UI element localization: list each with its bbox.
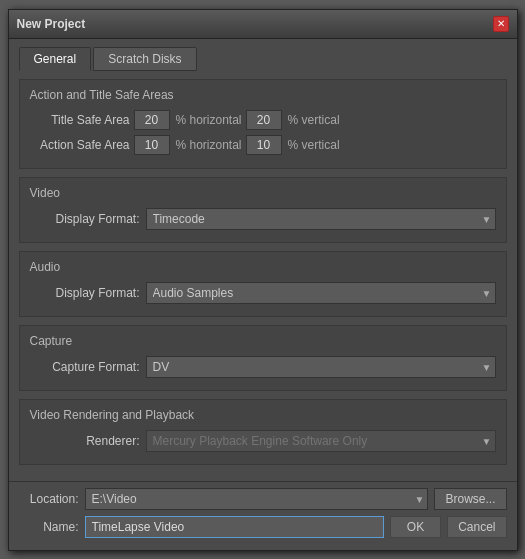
video-display-format-label: Display Format:: [30, 212, 140, 226]
video-display-format-dropdown-container: Timecode ▼: [146, 208, 496, 230]
location-dropdown-container: E:\Video ▼: [85, 488, 429, 510]
tab-scratch-disks[interactable]: Scratch Disks: [93, 47, 196, 71]
title-safe-v-unit: % vertical: [288, 113, 340, 127]
bottom-section: Location: E:\Video ▼ Browse... Name: OK …: [9, 481, 517, 550]
name-label: Name:: [19, 520, 79, 534]
capture-title: Capture: [30, 334, 496, 348]
location-label: Location:: [19, 492, 79, 506]
title-safe-h-input[interactable]: [134, 110, 170, 130]
capture-format-row: Capture Format: DV ▼: [30, 356, 496, 378]
rendering-section: Video Rendering and Playback Renderer: M…: [19, 399, 507, 465]
audio-display-format-select[interactable]: Audio Samples: [146, 282, 496, 304]
title-safe-row: Title Safe Area % horizontal % vertical: [30, 110, 496, 130]
title-bar: New Project ✕: [9, 10, 517, 39]
audio-section: Audio Display Format: Audio Samples ▼: [19, 251, 507, 317]
capture-format-label: Capture Format:: [30, 360, 140, 374]
tabs: General Scratch Disks: [19, 47, 507, 71]
action-safe-h-unit: % horizontal: [176, 138, 242, 152]
audio-display-format-dropdown-container: Audio Samples ▼: [146, 282, 496, 304]
close-button[interactable]: ✕: [493, 16, 509, 32]
safe-areas-title: Action and Title Safe Areas: [30, 88, 496, 102]
new-project-dialog: New Project ✕ General Scratch Disks Acti…: [8, 9, 518, 551]
name-row: Name: OK Cancel: [19, 516, 507, 538]
action-safe-v-unit: % vertical: [288, 138, 340, 152]
rendering-title: Video Rendering and Playback: [30, 408, 496, 422]
browse-button[interactable]: Browse...: [434, 488, 506, 510]
audio-display-format-row: Display Format: Audio Samples ▼: [30, 282, 496, 304]
audio-title: Audio: [30, 260, 496, 274]
location-select[interactable]: E:\Video: [85, 488, 429, 510]
dialog-body: General Scratch Disks Action and Title S…: [9, 39, 517, 481]
action-safe-h-input[interactable]: [134, 135, 170, 155]
capture-format-select[interactable]: DV: [146, 356, 496, 378]
capture-format-dropdown-container: DV ▼: [146, 356, 496, 378]
ok-button[interactable]: OK: [390, 516, 441, 538]
audio-display-format-label: Display Format:: [30, 286, 140, 300]
tab-general[interactable]: General: [19, 47, 92, 71]
cancel-button[interactable]: Cancel: [447, 516, 506, 538]
safe-areas-section: Action and Title Safe Areas Title Safe A…: [19, 79, 507, 169]
title-safe-label: Title Safe Area: [30, 113, 130, 127]
renderer-row: Renderer: Mercury Playback Engine Softwa…: [30, 430, 496, 452]
action-safe-v-input[interactable]: [246, 135, 282, 155]
video-section: Video Display Format: Timecode ▼: [19, 177, 507, 243]
title-safe-h-unit: % horizontal: [176, 113, 242, 127]
name-input[interactable]: [85, 516, 384, 538]
action-safe-label: Action Safe Area: [30, 138, 130, 152]
video-display-format-row: Display Format: Timecode ▼: [30, 208, 496, 230]
action-safe-row: Action Safe Area % horizontal % vertical: [30, 135, 496, 155]
renderer-select[interactable]: Mercury Playback Engine Software Only: [146, 430, 496, 452]
video-display-format-select[interactable]: Timecode: [146, 208, 496, 230]
title-safe-v-input[interactable]: [246, 110, 282, 130]
renderer-label: Renderer:: [30, 434, 140, 448]
renderer-dropdown-container: Mercury Playback Engine Software Only ▼: [146, 430, 496, 452]
close-icon: ✕: [497, 18, 505, 29]
dialog-title: New Project: [17, 17, 86, 31]
location-row: Location: E:\Video ▼ Browse...: [19, 488, 507, 510]
video-title: Video: [30, 186, 496, 200]
capture-section: Capture Capture Format: DV ▼: [19, 325, 507, 391]
